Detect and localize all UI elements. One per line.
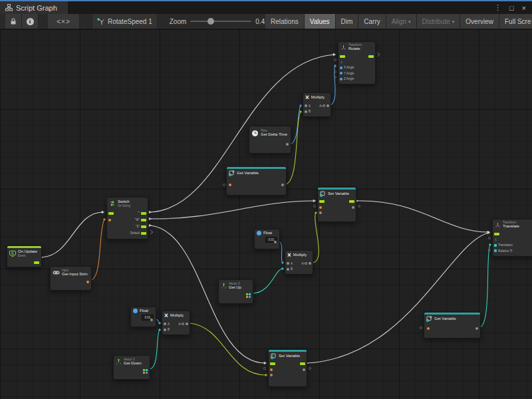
info-icon: i: [27, 18, 34, 25]
translation-port[interactable]: [494, 244, 497, 247]
node-on-update[interactable]: On Update Event: [7, 245, 42, 267]
variable-name-port[interactable]: [427, 327, 430, 330]
self-port[interactable]: [494, 238, 497, 241]
relative-to-port[interactable]: [494, 249, 497, 252]
multiply-icon: ×: [305, 94, 309, 101]
self-port[interactable]: [340, 61, 343, 64]
node-multiply-mid[interactable]: × Multiply AA×B B: [285, 250, 313, 275]
toolbar-right-buttons: Relations Values Dim Carry Align ▾ Distr…: [265, 14, 532, 29]
delta-time-out-port[interactable]: [286, 143, 289, 146]
vector3-out-port[interactable]: [246, 293, 251, 298]
a-port[interactable]: [164, 323, 166, 325]
variable-name-port[interactable]: [319, 206, 322, 209]
window-maximize-button[interactable]: □: [509, 4, 514, 12]
variable-icon: [271, 353, 277, 359]
transform-icon: [340, 45, 346, 51]
full-screen-button[interactable]: Full Scre: [499, 14, 532, 29]
variable-value-out-port[interactable]: [281, 184, 284, 186]
node-get-down[interactable]: Vector 3 Get Down: [113, 355, 150, 380]
node-get-delta-time[interactable]: Time Get Delta Time: [249, 126, 291, 154]
carry-button[interactable]: Carry: [358, 14, 386, 29]
tab-script-graph[interactable]: Script Graph: [0, 1, 68, 14]
node-multiply-bottom[interactable]: × Multiply AA×B B: [162, 311, 190, 335]
variable-icon: [320, 191, 326, 197]
control-in-port[interactable]: [270, 362, 275, 365]
graph-hierarchy-icon: [5, 4, 13, 11]
variable-icon: [426, 316, 432, 322]
case-s-out-port[interactable]: [141, 225, 146, 228]
variable-name-port[interactable]: [229, 184, 231, 186]
control-out-port[interactable]: [300, 362, 305, 365]
z-angle-port[interactable]: [340, 78, 342, 80]
b-port[interactable]: [305, 110, 307, 113]
float-out-port[interactable]: [274, 241, 277, 243]
result-port[interactable]: [186, 323, 188, 325]
a-port[interactable]: [305, 104, 307, 107]
variable-name-port[interactable]: [270, 368, 273, 371]
control-out-port[interactable]: [368, 55, 374, 58]
case-empty-out-port[interactable]: [141, 212, 146, 215]
vector3-icon: [221, 283, 227, 289]
node-float-bottom[interactable]: Float 0.01: [130, 307, 156, 327]
node-set-variable-bottom[interactable]: Set Variable: [268, 349, 307, 387]
graph-reference-breadcrumb[interactable]: RotateSpeed 1: [92, 14, 158, 29]
variable-value-out-port[interactable]: [352, 206, 354, 209]
node-get-variable-br[interactable]: Get Variable: [424, 312, 481, 338]
window-close-button[interactable]: ×: [522, 4, 526, 12]
result-port[interactable]: [327, 104, 329, 107]
a-port[interactable]: [287, 262, 289, 265]
float-out-port[interactable]: [150, 319, 153, 321]
variable-value-in-port[interactable]: [270, 374, 273, 376]
multiply-icon: ×: [287, 252, 291, 259]
node-translate[interactable]: Transform Translate Translation Relative…: [492, 219, 532, 257]
window-controls: ⋮ □ ×: [494, 1, 532, 14]
control-in-port[interactable]: [108, 212, 114, 215]
dim-button[interactable]: Dim: [336, 14, 359, 29]
lock-button[interactable]: [5, 14, 22, 29]
node-switch[interactable]: Switch On String "" "W" "S" Default: [106, 197, 148, 239]
vector3-icon: [116, 358, 122, 365]
event-out-port[interactable]: [34, 261, 39, 264]
b-port[interactable]: [164, 329, 166, 331]
variable-value-out-port[interactable]: [303, 368, 305, 371]
node-get-variable-top[interactable]: Get Variable: [226, 166, 287, 196]
node-set-variable-mid[interactable]: Set Variable: [317, 187, 356, 222]
result-port[interactable]: [309, 262, 311, 265]
case-w-out-port[interactable]: [141, 219, 146, 221]
zoom-label: Zoom: [170, 18, 187, 25]
node-rotate[interactable]: Transform Rotate X Angle Y Angle Z Angle: [338, 41, 376, 84]
switch-icon: [109, 200, 116, 207]
x-angle-port[interactable]: [340, 66, 342, 69]
overview-button[interactable]: Overview: [460, 14, 499, 29]
graph-canvas[interactable]: [0, 29, 532, 399]
align-button[interactable]: Align ▾: [386, 14, 417, 29]
node-get-input-string[interactable]: Input Get Input Strin: [50, 266, 92, 291]
gamepad-icon: [53, 270, 60, 275]
y-angle-port[interactable]: [340, 72, 342, 74]
control-in-port[interactable]: [494, 233, 499, 235]
control-in-port[interactable]: [319, 200, 325, 203]
b-port[interactable]: [287, 268, 289, 271]
zoom-slider[interactable]: [190, 21, 251, 22]
info-button[interactable]: i: [22, 14, 39, 29]
vector3-out-port[interactable]: [143, 369, 148, 374]
values-button[interactable]: Values: [305, 14, 336, 29]
variable-value-in-port[interactable]: [319, 211, 322, 214]
zoom-slider-handle[interactable]: [207, 18, 214, 25]
control-out-port[interactable]: [349, 200, 354, 203]
clock-icon: [251, 130, 259, 137]
input-string-out-port[interactable]: [86, 281, 89, 283]
float-icon: [257, 231, 261, 235]
default-out-port[interactable]: [141, 232, 146, 235]
relations-button[interactable]: Relations: [265, 14, 305, 29]
variable-value-out-port[interactable]: [475, 327, 478, 330]
code-preview-button[interactable]: <×>: [48, 14, 80, 29]
chevron-down-icon: ▾: [452, 19, 455, 25]
selector-port[interactable]: [108, 219, 111, 221]
node-get-up[interactable]: Vector 3 Get Up: [218, 279, 253, 304]
node-float-mid[interactable]: Float 0.01: [254, 229, 280, 249]
control-in-port[interactable]: [340, 55, 345, 58]
window-menu-button[interactable]: ⋮: [494, 3, 501, 12]
distribute-button[interactable]: Distribute ▾: [417, 14, 461, 29]
node-multiply-top[interactable]: × Multiply AA×B B: [303, 92, 331, 117]
